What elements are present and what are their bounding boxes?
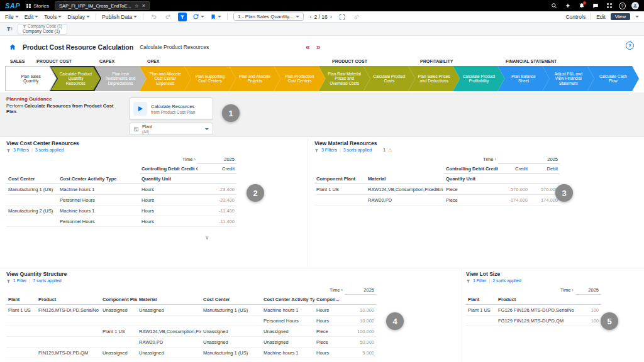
edit-mode-button[interactable]: Edit xyxy=(596,14,606,20)
table-cell[interactable]: -23.400 xyxy=(197,184,236,195)
fullscreen-button[interactable] xyxy=(338,13,347,21)
time-expand-icon[interactable]: › xyxy=(194,156,196,162)
table-cell[interactable]: Piece xyxy=(444,195,498,206)
table-cell[interactable]: Hours xyxy=(314,348,345,358)
table-cell[interactable] xyxy=(101,315,137,326)
controls-button[interactable]: Controls xyxy=(565,14,586,20)
filters-link[interactable]: 3 Filters xyxy=(321,147,337,153)
table-cell[interactable]: Hours xyxy=(140,195,197,206)
table-cell[interactable]: Personnel Hours xyxy=(58,216,140,227)
table-cell[interactable]: Plant 1 US xyxy=(101,326,137,337)
calculate-resources-button[interactable]: Calculate Resources from Product Cost Pl… xyxy=(129,97,213,120)
table-cell[interactable]: Plant 1 US xyxy=(314,184,366,195)
table-cell[interactable]: Unassigned xyxy=(137,348,201,358)
table-cell[interactable]: Hours xyxy=(140,206,197,216)
filters-link[interactable]: 3 Filters xyxy=(13,147,29,153)
manage-filters-icon[interactable] xyxy=(6,26,13,32)
chevron-down-icon[interactable] xyxy=(635,16,639,18)
column-header-quantity-unit[interactable]: Quantity Unit xyxy=(444,174,498,184)
copilot-button[interactable] xyxy=(564,2,572,10)
table-cell[interactable]: Hours xyxy=(314,315,345,326)
table-cell[interactable]: Machine hours 1 xyxy=(58,184,140,195)
column-header-cost-center[interactable]: Cost Center xyxy=(6,174,58,184)
column-header-material[interactable]: Material xyxy=(137,295,201,305)
process-step-plan-raw-material-prices[interactable]: Plan Raw Material Prices and Overhead Co… xyxy=(319,66,370,91)
menu-display[interactable]: Display xyxy=(67,14,90,20)
table-cell[interactable]: Machine hours 1 xyxy=(262,305,314,315)
table-cell[interactable]: RAW124,VB,Consumption,FixedBin xyxy=(366,184,444,195)
time-dimension-header[interactable]: Time› xyxy=(140,155,197,164)
column-header-product[interactable]: Product xyxy=(496,295,575,305)
column-header-material[interactable]: Material xyxy=(366,174,444,184)
table-cell[interactable] xyxy=(6,315,36,326)
column-header-plant[interactable]: Plant xyxy=(6,295,36,305)
process-step-adjust-pl-view-financial-statement[interactable]: Adjust P&L and View Financial Statement xyxy=(543,66,594,91)
chevron-down-icon[interactable]: ∨ xyxy=(205,234,209,241)
sorts-link[interactable]: 3 sorts applied xyxy=(35,147,64,153)
sorts-link[interactable]: 3 sorts applied xyxy=(343,147,372,153)
process-step-plan-sales-prices-deductions[interactable]: Plan Sales Prices and Deductions xyxy=(408,66,460,91)
table-cell[interactable]: 174.000 xyxy=(530,195,560,206)
time-dimension-header[interactable]: Time› xyxy=(444,155,498,164)
table-cell[interactable]: -174.000 xyxy=(498,195,530,206)
table-cell[interactable]: 100.000 xyxy=(345,326,376,337)
column-header-activity-type[interactable]: Cost Center Activity Type xyxy=(262,295,314,305)
table-cell[interactable]: Plant 1 US xyxy=(6,305,36,315)
process-step-plan-balance-sheet[interactable]: Plan Balance Sheet xyxy=(497,66,549,91)
table-cell[interactable]: Manufacturing 1 (US) xyxy=(6,184,58,195)
credit-column-header[interactable]: Credit xyxy=(197,164,236,174)
table-cell[interactable] xyxy=(137,315,201,326)
menu-edit[interactable]: Edit xyxy=(25,14,39,20)
table-cell[interactable]: Unassigned xyxy=(137,305,201,315)
table-cell[interactable]: Machine hours 1 xyxy=(262,348,314,358)
shell-help-button[interactable]: ? xyxy=(619,3,626,9)
table-cell[interactable]: 100 xyxy=(575,315,601,326)
page-selector-dropdown[interactable]: 1 - Plan Sales Quantity... xyxy=(233,13,304,21)
column-header-component-plant[interactable]: Component Plant xyxy=(314,174,366,184)
profile-avatar[interactable] xyxy=(631,2,639,9)
table-cell[interactable]: Unassigned xyxy=(101,348,137,358)
process-step-calculate-cash-flow[interactable]: Calculate Cash Flow xyxy=(587,66,639,91)
table-cell[interactable]: 5.000 xyxy=(345,348,376,358)
table-cell[interactable]: Personnel Hours xyxy=(58,195,140,206)
table-cell[interactable]: -576.000 xyxy=(498,184,530,195)
filter-button-active[interactable] xyxy=(178,13,187,21)
apps-button[interactable] xyxy=(605,2,613,10)
process-step-plan-new-investments[interactable]: Plan new Investments and Depreciations xyxy=(94,66,146,91)
previous-page-button[interactable]: ‹ xyxy=(309,13,311,20)
table-cell[interactable]: FIN126,MTS-DI,PD,SerialNo xyxy=(36,305,101,315)
table-cell[interactable]: Piece xyxy=(314,337,345,348)
table-cell[interactable]: -11.400 xyxy=(197,216,236,227)
undo-button[interactable] xyxy=(149,13,158,21)
warning-count[interactable]: 1 xyxy=(383,147,386,153)
company-code-filter-token[interactable]: Company Code (1) Company Code (1) xyxy=(18,24,67,35)
link-button[interactable] xyxy=(352,13,361,21)
table-cell[interactable] xyxy=(466,315,496,326)
view-mode-button-selected[interactable]: View xyxy=(611,13,630,20)
sorts-link[interactable]: 2 sorts applied xyxy=(492,278,521,284)
table-cell[interactable]: -11.400 xyxy=(197,206,236,216)
next-section-button[interactable]: » xyxy=(316,43,321,52)
process-step-calculate-product-quantity-resources-selected[interactable]: Calculate Product Quantity Resources xyxy=(50,66,101,91)
product-switch-stories[interactable]: Stories xyxy=(26,3,49,9)
time-member-2025[interactable]: 2025 xyxy=(345,286,376,295)
table-cell[interactable] xyxy=(314,195,366,206)
process-step-plan-sales-quantity[interactable]: Plan Sales Quantity xyxy=(5,66,57,91)
column-header-product[interactable]: Product xyxy=(36,295,101,305)
column-header-component-unit[interactable]: Compon... xyxy=(314,295,345,305)
time-member-2025[interactable]: 2025 xyxy=(575,286,601,295)
table-cell[interactable]: Unassigned xyxy=(101,305,137,315)
table-cell[interactable]: Plant 1 US xyxy=(466,305,496,315)
menu-tools[interactable]: Tools xyxy=(44,14,62,20)
table-cell[interactable]: Unassigned xyxy=(201,337,262,348)
table-cell[interactable] xyxy=(36,326,101,337)
table-cell[interactable]: Personnel Hours xyxy=(262,315,314,326)
table-cell[interactable]: 10.000 xyxy=(345,305,376,315)
story-tab[interactable]: SAP_FI_IFP_IM_Cross_EndToE... ☆ × xyxy=(55,1,150,10)
time-member-2025[interactable]: 2025 xyxy=(498,155,560,164)
table-cell[interactable] xyxy=(6,326,36,337)
help-button[interactable]: ? xyxy=(626,41,634,50)
filters-link[interactable]: 1 Filter xyxy=(473,278,486,284)
process-step-calculate-product-profitability[interactable]: Calculate Product Profitability xyxy=(453,66,504,91)
time-expand-icon[interactable]: › xyxy=(572,287,574,293)
